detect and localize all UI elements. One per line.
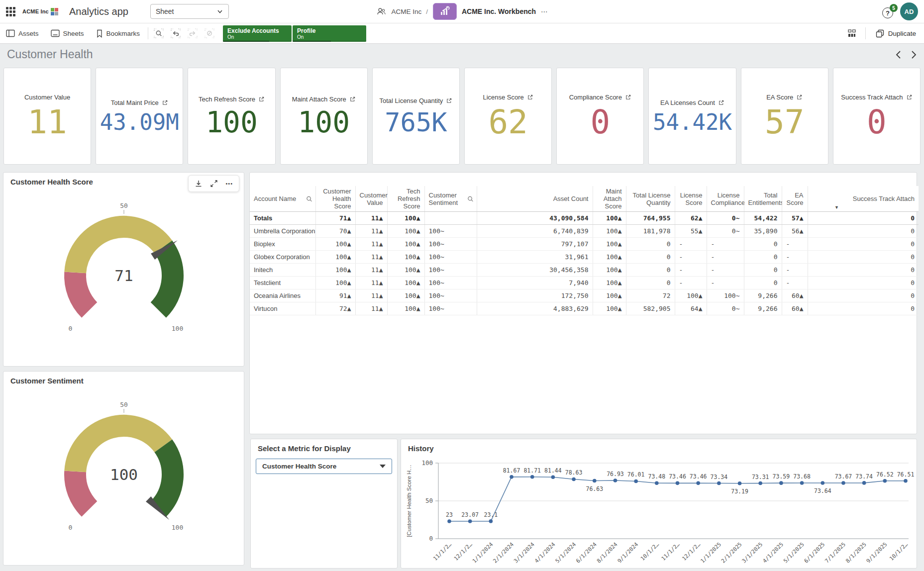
external-link-icon[interactable] — [625, 94, 631, 100]
account-name-cell[interactable]: Initech — [250, 264, 315, 277]
table-cell: 0 — [626, 238, 675, 251]
workbench-app-icon[interactable] — [433, 3, 457, 20]
kpi-card-9[interactable]: Success Track Attach0 — [833, 68, 921, 165]
customer-sentiment-panel: Customer Sentiment 050100100 — [3, 371, 244, 566]
search-icon[interactable] — [467, 195, 474, 202]
table-cell: - — [782, 238, 808, 251]
external-link-icon[interactable] — [162, 99, 168, 106]
kpi-card-6[interactable]: Compliance Score0 — [556, 68, 644, 165]
column-header-5[interactable]: Asset Count — [477, 186, 593, 212]
kpi-card-4[interactable]: Total License Quantity765K — [372, 68, 460, 165]
svg-text:1/1/2024: 1/1/2024 — [471, 541, 495, 565]
table-row: Bioplex100▲11▲100▲100~797,107100▲0--0-0 — [250, 238, 919, 251]
filter-chip-1[interactable]: ProfileOn — [293, 25, 366, 42]
column-header-2[interactable]: Customer Value — [355, 186, 387, 212]
sheet-selector[interactable]: Sheet — [150, 4, 229, 19]
svg-text:73.19: 73.19 — [731, 488, 748, 495]
svg-text:11/1/2…: 11/1/2… — [432, 541, 453, 562]
assets-button[interactable]: Assets — [0, 23, 45, 43]
svg-text:12/1/2…: 12/1/2… — [681, 541, 702, 562]
external-link-icon[interactable] — [906, 94, 913, 100]
filter-chip-0[interactable]: Exclude AccountsOn — [223, 25, 292, 42]
column-header-1[interactable]: Customer Health Score — [315, 186, 355, 212]
kpi-card-3[interactable]: Maint Attach Score100 — [280, 68, 368, 165]
account-name-cell[interactable]: Globex Corporation — [250, 251, 315, 264]
external-link-icon[interactable] — [349, 96, 356, 102]
column-header-4[interactable]: Customer Sentiment — [424, 186, 477, 212]
help-button[interactable]: ? 5 — [882, 5, 894, 17]
svg-text:73.74: 73.74 — [855, 473, 873, 480]
table-cell: 100▲ — [315, 238, 355, 251]
table-cell: 100▲ — [315, 277, 355, 289]
table-cell: 4,883,629 — [477, 302, 593, 315]
svg-text:71: 71 — [114, 267, 133, 285]
breadcrumb-workbench[interactable]: ACME Inc. Workbench — [462, 7, 536, 15]
svg-text:81.71: 81.71 — [523, 467, 541, 474]
duplicate-icon — [876, 29, 884, 38]
duplicate-button[interactable]: Duplicate — [868, 29, 924, 38]
external-link-icon[interactable] — [527, 94, 533, 100]
step-forward-selection-button[interactable] — [184, 25, 201, 42]
clear-selections-button[interactable] — [201, 25, 218, 42]
kpi-card-2[interactable]: Tech Refresh Score100 — [188, 68, 275, 165]
external-link-icon[interactable] — [258, 96, 265, 102]
column-header-8[interactable]: License Score — [675, 186, 707, 212]
table-cell: 100▲ — [593, 238, 626, 251]
account-name-cell[interactable]: Virtucon — [250, 302, 315, 315]
external-link-icon[interactable] — [446, 97, 452, 104]
expand-icon[interactable] — [210, 180, 218, 188]
step-back-selection-button[interactable] — [167, 25, 184, 42]
notification-badge: 5 — [890, 4, 898, 12]
kpi-card-0[interactable]: Customer Value11 — [3, 68, 91, 165]
svg-text:8/1/2024: 8/1/2024 — [596, 541, 619, 565]
svg-text:73.67: 73.67 — [835, 473, 852, 480]
external-link-icon[interactable] — [796, 94, 803, 100]
column-header-3[interactable]: Tech Refresh Score — [387, 186, 424, 212]
column-header-11[interactable]: EA Score — [782, 186, 808, 212]
table-cell: - — [675, 277, 707, 289]
history-panel: History 100500[Customer Health Score H…2… — [401, 439, 917, 569]
next-sheet-button[interactable] — [911, 50, 917, 60]
metric-dropdown[interactable]: Customer Health Score — [256, 459, 392, 474]
account-name-cell[interactable]: Umbrella Corporation — [250, 225, 315, 238]
column-header-6[interactable]: Maint Attach Score — [593, 186, 626, 212]
smart-search-selections-button[interactable] — [150, 25, 167, 42]
kpi-card-1[interactable]: Total Maint Price43.09M — [96, 68, 183, 165]
account-name-cell[interactable]: Testclient — [250, 277, 315, 289]
sheet-selector-value: Sheet — [156, 7, 174, 15]
svg-text:0: 0 — [429, 535, 433, 542]
kpi-card-7[interactable]: EA Licenses Count54.42K — [648, 68, 736, 165]
avatar[interactable]: AD — [900, 2, 918, 20]
kpi-card-8[interactable]: EA Score57 — [741, 68, 828, 165]
app-launcher-grid-icon[interactable] — [6, 7, 15, 16]
download-icon[interactable] — [195, 180, 203, 188]
table-cell: 72▲ — [315, 302, 355, 315]
column-header-10[interactable]: Total Entitlements — [744, 186, 782, 212]
account-name-cell[interactable]: Bioplex — [250, 238, 315, 251]
bookmarks-button[interactable]: Bookmarks — [90, 23, 146, 43]
sheets-button[interactable]: Sheets — [45, 23, 90, 43]
kpi-value: 11 — [27, 106, 67, 139]
kpi-card-5[interactable]: License Score62 — [464, 68, 552, 165]
table-cell: 64▲ — [675, 302, 707, 315]
svg-text:73.34: 73.34 — [711, 474, 728, 480]
workbench-more-icon[interactable]: ⋯ — [541, 7, 548, 15]
column-header-7[interactable]: Total License Quantity — [626, 186, 675, 212]
breadcrumb-org[interactable]: ACME Inc — [391, 8, 421, 15]
search-icon[interactable] — [306, 195, 312, 202]
svg-text:78.63: 78.63 — [565, 469, 583, 476]
table-cell: 56▲ — [782, 225, 808, 238]
logo-mark-icon — [51, 8, 58, 15]
column-header-0[interactable]: Account Name — [250, 186, 315, 212]
column-header-12[interactable]: Success Track Attach▼ — [808, 186, 919, 212]
kpi-value: 43.09M — [100, 111, 179, 133]
prev-sheet-button[interactable] — [895, 50, 902, 60]
metric-select-panel: Select a Metric for Display Customer Hea… — [250, 439, 398, 569]
external-link-icon[interactable] — [718, 99, 724, 106]
account-name-cell[interactable]: Oceania Airlines — [250, 289, 315, 302]
metric-select-title: Select a Metric for Display — [251, 439, 397, 453]
grid-view-button[interactable] — [843, 25, 860, 42]
more-options-icon[interactable]: ••• — [225, 181, 233, 187]
table-cell: 0 — [808, 264, 919, 277]
column-header-9[interactable]: License Compliance — [707, 186, 744, 212]
